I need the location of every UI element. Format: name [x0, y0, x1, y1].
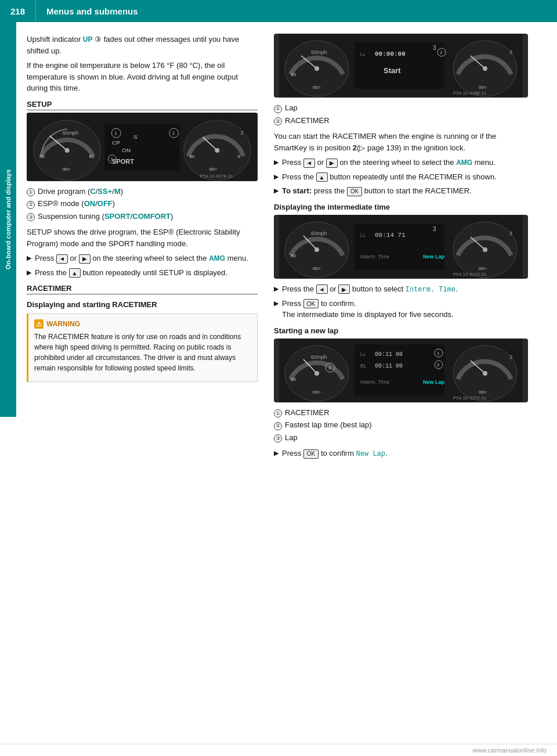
setup-bullet-1: ▶ Press ◄ or ▶ on the steering wheel to …	[27, 253, 258, 264]
bullet-text: Press ◄ or ▶ on the steering wheel to se…	[282, 157, 528, 168]
new-lap-dashboard-image: 60mph 3 80 00= L₂ 00:11 00 1	[274, 339, 528, 402]
svg-point-70	[314, 371, 319, 376]
bullet-arrow-icon: ▶	[27, 253, 31, 263]
item-text: ESP® mode (ON/OFF)	[38, 198, 115, 210]
item-label: Fastest lap time (best lap)	[285, 419, 372, 431]
right-btn: ▶	[79, 254, 91, 264]
left-column: Upshift indicator UP ③ fades out other m…	[16, 28, 266, 468]
setup-title: SETUP	[27, 100, 258, 110]
intro-para2: If the engine oil temperature is below 1…	[27, 60, 258, 94]
list-item: ② RACETIMER	[274, 115, 528, 127]
svg-text:60mph: 60mph	[311, 354, 327, 360]
svg-text:3: 3	[509, 231, 512, 236]
warning-title: ⚠ WARNING	[34, 319, 251, 329]
item-label: RACETIMER	[285, 407, 330, 419]
bullet-arrow-icon: ▶	[274, 284, 278, 294]
svg-rect-54	[355, 224, 444, 270]
interm-bullet-2: ▶ Press OK to confirm.The intermediate t…	[274, 298, 528, 321]
svg-text:80: 80	[39, 153, 45, 159]
bullet-arrow-icon: ▶	[27, 268, 31, 278]
setup-svg: 60mph 80 80 00= 1	[27, 113, 258, 181]
racetimer-title: RACETIMER	[27, 284, 258, 294]
svg-point-4	[65, 147, 70, 152]
right-btn: ▶	[338, 285, 350, 294]
svg-text:P54.32-9368-31: P54.32-9368-31	[453, 91, 487, 96]
svg-text:00:11 00: 00:11 00	[375, 363, 403, 369]
list-item: ① RACETIMER	[274, 407, 528, 419]
svg-text:P54.32-9370-31: P54.32-9370-31	[453, 272, 487, 277]
svg-text:00=: 00=	[313, 390, 321, 395]
svg-text:60mph: 60mph	[311, 49, 327, 55]
list-item: ① Lap	[274, 102, 528, 114]
up-btn: ▲	[69, 268, 81, 278]
bullet-arrow-icon: ▶	[274, 186, 278, 196]
top-dashboard-image: 60mph 80 00= 3 L₁ 00:00:00 2	[274, 34, 528, 98]
svg-text:2: 2	[172, 131, 175, 136]
svg-rect-34	[355, 42, 444, 89]
svg-text:New Lap: New Lap	[423, 379, 445, 385]
svg-text:80: 80	[291, 377, 296, 382]
svg-text:S: S	[133, 134, 138, 140]
top-image-items: ① Lap ② RACETIMER	[274, 102, 528, 126]
item-num: ①	[27, 188, 35, 196]
svg-text:00=: 00=	[479, 266, 487, 271]
footer-url: www.carmanualonline.info	[472, 747, 547, 754]
list-item: ② ESP® mode (ON/OFF)	[27, 198, 258, 210]
ok-btn: OK	[347, 187, 362, 196]
bullet-text: Press ◄ or ▶ on the steering wheel to se…	[35, 253, 258, 264]
setup-items-list: ① Drive program (C/SS+/M) ② ESP® mode (O…	[27, 186, 258, 222]
racetimer-bullet-3: ▶ To start: press the OK button to start…	[274, 185, 528, 197]
svg-text:00=: 00=	[209, 166, 217, 171]
svg-text:2: 2	[437, 362, 440, 368]
ok-btn: OK	[303, 449, 319, 459]
bullet-text: To start: press the OK button to start t…	[282, 185, 528, 197]
svg-text:L₁: L₁	[360, 232, 366, 238]
item-num: ①	[274, 409, 282, 417]
item-label: RACETIMER	[285, 115, 330, 127]
bullet-text: Press the ◄ or ▶ button to select Interm…	[282, 283, 528, 295]
bullet-arrow-icon: ▶	[274, 157, 278, 167]
svg-text:00=: 00=	[479, 85, 487, 90]
left-btn: ◄	[303, 159, 315, 168]
warning-box: ⚠ WARNING The RACETIMER feature is only …	[27, 314, 258, 382]
svg-text:00=: 00=	[63, 166, 71, 171]
svg-point-31	[314, 66, 319, 71]
item-num: ②	[27, 201, 35, 209]
new-lap-svg: 60mph 3 80 00= L₂ 00:11 00 1	[274, 339, 528, 402]
item-num: ③	[27, 213, 35, 221]
right-column: 60mph 80 00= 3 L₁ 00:00:00 2	[266, 28, 538, 468]
svg-point-88	[483, 371, 487, 376]
new-lap-items: ① RACETIMER ② Fastest lap time (best lap…	[274, 407, 528, 444]
svg-text:CP: CP	[112, 139, 120, 146]
item-label: Lap	[285, 102, 298, 114]
warning-text: The RACETIMER feature is only for use on…	[34, 332, 251, 373]
item-num: ③	[274, 434, 282, 442]
racetimer-description: You can start the RACETIMER when the eng…	[274, 131, 528, 153]
new-lap-text: New Lap	[356, 450, 385, 458]
bullet-text: Press the ▲ button repeatedly until SETU…	[35, 267, 258, 279]
svg-text:L₂: L₂	[360, 351, 366, 357]
page-title: Menus and submenus	[36, 6, 138, 16]
warning-label: WARNING	[46, 319, 80, 329]
svg-text:80: 80	[89, 153, 94, 159]
up-indicator: UP	[83, 35, 93, 44]
svg-point-51	[314, 247, 319, 252]
svg-text:00:11 00: 00:11 00	[375, 351, 403, 358]
item-label: Lap	[285, 432, 298, 444]
item-text: Drive program (C/SS+/M)	[38, 186, 123, 197]
intermediate-svg: 60mph 80 00= 3 L₁ 00:14 71 Interm. Time …	[274, 215, 528, 279]
svg-text:Start: Start	[384, 66, 401, 75]
list-item: ② Fastest lap time (best lap)	[274, 419, 528, 431]
racetimer-bullet-1: ▶ Press ◄ or ▶ on the steering wheel to …	[274, 157, 528, 168]
racetimer-sub-title: Displaying and starting RACETIMER	[27, 300, 258, 309]
setup-description: SETUP shows the drive program, the ESP® …	[27, 226, 258, 249]
list-item: ③ Suspension tuning (SPORT/COMFORT)	[27, 211, 258, 222]
svg-text:3: 3	[110, 156, 113, 161]
intermediate-title: Displaying the intermediate time	[274, 203, 528, 211]
svg-point-62	[483, 247, 487, 252]
item-num: ②	[274, 422, 282, 430]
svg-text:3: 3	[509, 354, 512, 360]
svg-text:3: 3	[240, 130, 243, 136]
item-num: ②	[274, 117, 282, 125]
svg-text:80: 80	[291, 72, 296, 77]
